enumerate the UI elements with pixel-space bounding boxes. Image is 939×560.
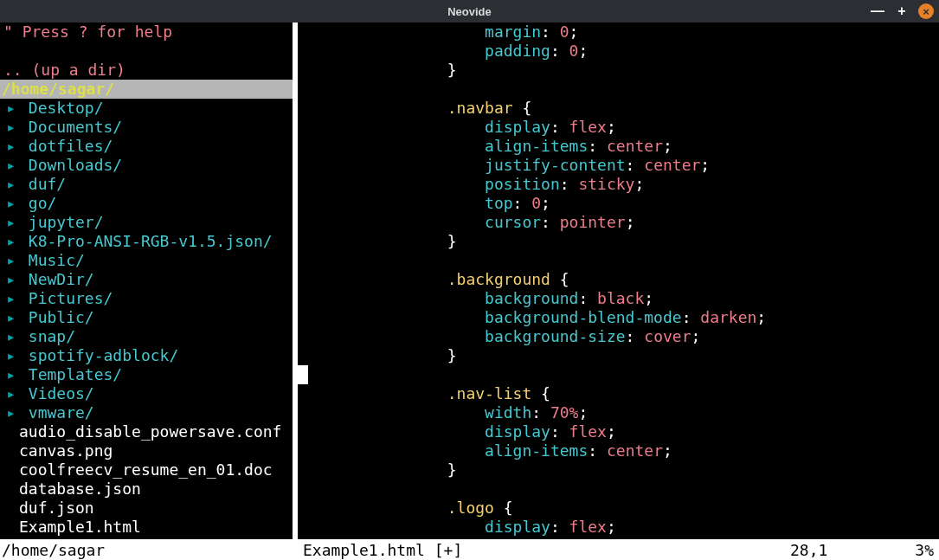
tree-item-label: K8-Pro-ANSI-RGB-v1.5.json/	[19, 232, 273, 251]
chevron-right-icon: ▸	[0, 118, 19, 137]
code-line[interactable]: justify-content: center;	[372, 156, 939, 175]
code-line[interactable]: top: 0;	[372, 194, 939, 213]
file-tree-panel[interactable]: " Press ? for help .. (up a dir) /home/s…	[0, 23, 298, 539]
code-line[interactable]: padding: 0;	[372, 42, 939, 61]
tree-file-item[interactable]: audio_disable_powersave.conf	[0, 422, 293, 441]
code-line[interactable]: }	[372, 346, 939, 365]
code-line[interactable]	[372, 365, 939, 384]
maximize-icon[interactable]: +	[894, 3, 910, 19]
tree-dir-item[interactable]: ▸ spotify-adblock/	[0, 346, 293, 365]
code-line[interactable]: background: black;	[372, 289, 939, 308]
code-line[interactable]	[372, 251, 939, 270]
tree-dir-item[interactable]: ▸ dotfiles/	[0, 137, 293, 156]
tree-dirs: ▸ Desktop/▸ Documents/▸ dotfiles/▸ Downl…	[0, 99, 293, 422]
tree-dir-item[interactable]: ▸ duf/	[0, 175, 293, 194]
status-cursor-pos: 28,1	[790, 541, 903, 559]
chevron-right-icon: ▸	[0, 403, 19, 422]
tree-item-label: NewDir/	[19, 270, 94, 289]
tree-item-label: Public/	[19, 308, 94, 327]
code-line[interactable]	[372, 480, 939, 499]
tree-dir-item[interactable]: ▸ NewDir/	[0, 270, 293, 289]
chevron-right-icon: ▸	[0, 346, 19, 365]
tree-file-item[interactable]: Example1.html	[0, 518, 293, 537]
gutter-cursor-mark	[298, 365, 308, 384]
chevron-right-icon: ▸	[0, 270, 19, 289]
tree-dir-item[interactable]: ▸ Public/	[0, 308, 293, 327]
tree-dir-item[interactable]: ▸ Downloads/	[0, 156, 293, 175]
tree-dir-item[interactable]: ▸ Templates/	[0, 365, 293, 384]
code-line[interactable]	[372, 80, 939, 99]
code-line[interactable]: align-items: center;	[372, 441, 939, 460]
tree-dir-item[interactable]: ▸ snap/	[0, 327, 293, 346]
tree-item-label: spotify-adblock/	[19, 346, 178, 365]
chevron-right-icon: ▸	[0, 384, 19, 403]
code-line[interactable]: .navbar {	[372, 99, 939, 118]
window-title: Neovide	[447, 5, 492, 18]
tree-up-dir[interactable]: .. (up a dir)	[0, 61, 293, 80]
code-line[interactable]: display: flex;	[372, 118, 939, 137]
code-line[interactable]: width: 70%;	[372, 403, 939, 422]
chevron-right-icon: ▸	[0, 327, 19, 346]
tree-dir-item[interactable]: ▸ Desktop/	[0, 99, 293, 118]
chevron-right-icon: ▸	[0, 137, 19, 156]
code-line[interactable]: .background {	[372, 270, 939, 289]
chevron-right-icon: ▸	[0, 289, 19, 308]
code-line[interactable]: }	[372, 61, 939, 80]
tree-file-item[interactable]: database.json	[0, 480, 293, 499]
code-line[interactable]: background-size: cover;	[372, 327, 939, 346]
tree-dir-item[interactable]: ▸ Documents/	[0, 118, 293, 137]
tree-item-label: dotfiles/	[19, 137, 113, 156]
status-cwd: /home/sagar	[2, 541, 303, 559]
chevron-right-icon: ▸	[0, 251, 19, 270]
tree-files: audio_disable_powersave.confcanvas.pngco…	[0, 422, 293, 537]
code-line[interactable]: .logo {	[372, 499, 939, 518]
code-line[interactable]: cursor: pointer;	[372, 213, 939, 232]
chevron-right-icon: ▸	[0, 156, 19, 175]
window-titlebar: Neovide — + ×	[0, 0, 939, 23]
tree-dir-item[interactable]: ▸ jupyter/	[0, 213, 293, 232]
tree-item-label: Downloads/	[19, 156, 122, 175]
chevron-right-icon: ▸	[0, 175, 19, 194]
tree-file-item[interactable]: duf.json	[0, 499, 293, 518]
minimize-icon[interactable]: —	[870, 3, 885, 19]
tree-item-label: Music/	[19, 251, 85, 270]
chevron-right-icon: ▸	[0, 194, 19, 213]
code-line[interactable]: }	[372, 232, 939, 251]
code-line[interactable]: align-items: center;	[372, 137, 939, 156]
status-filename: Example1.html [+]	[303, 541, 790, 559]
chevron-right-icon: ▸	[0, 213, 19, 232]
tree-file-item[interactable]: canvas.png	[0, 441, 293, 460]
tree-dir-item[interactable]: ▸ Videos/	[0, 384, 293, 403]
tree-dir-item[interactable]: ▸ vmware/	[0, 403, 293, 422]
code-line[interactable]: display: flex;	[372, 518, 939, 537]
code-line[interactable]: }	[372, 460, 939, 480]
close-icon[interactable]: ×	[918, 3, 934, 19]
code-line[interactable]: position: sticky;	[372, 175, 939, 194]
blank-line	[0, 42, 293, 61]
tree-file-item[interactable]: coolfreecv_resume_en_01.doc	[0, 460, 293, 480]
tree-item-label: duf/	[19, 175, 66, 194]
tree-dir-item[interactable]: ▸ K8-Pro-ANSI-RGB-v1.5.json/	[0, 232, 293, 251]
tree-dir-item[interactable]: ▸ Music/	[0, 251, 293, 270]
window-controls: — + ×	[870, 3, 934, 19]
tree-item-label: jupyter/	[19, 213, 104, 232]
editor-app: " Press ? for help .. (up a dir) /home/s…	[0, 23, 939, 539]
tree-item-label: snap/	[19, 327, 75, 346]
code-line[interactable]: .nav-list {	[372, 384, 939, 403]
code-line[interactable]: margin: 0;	[372, 23, 939, 42]
tree-cwd-line[interactable]: /home/sagar/	[0, 80, 293, 99]
tree-item-label: Pictures/	[19, 289, 113, 308]
code-editor[interactable]: margin: 0; padding: 0; } .navbar { displ…	[298, 23, 939, 539]
chevron-right-icon: ▸	[0, 232, 19, 251]
code-line[interactable]: display: flex;	[372, 422, 939, 441]
chevron-right-icon: ▸	[0, 365, 19, 384]
tree-item-label: Videos/	[19, 384, 94, 403]
tree-item-label: Templates/	[19, 365, 122, 384]
tree-item-label: Documents/	[19, 118, 122, 137]
tree-help-line: " Press ? for help	[0, 23, 293, 42]
tree-dir-item[interactable]: ▸ Pictures/	[0, 289, 293, 308]
code-body[interactable]: margin: 0; padding: 0; } .navbar { displ…	[298, 23, 939, 537]
chevron-right-icon: ▸	[0, 99, 19, 118]
tree-dir-item[interactable]: ▸ go/	[0, 194, 293, 213]
code-line[interactable]: background-blend-mode: darken;	[372, 308, 939, 327]
